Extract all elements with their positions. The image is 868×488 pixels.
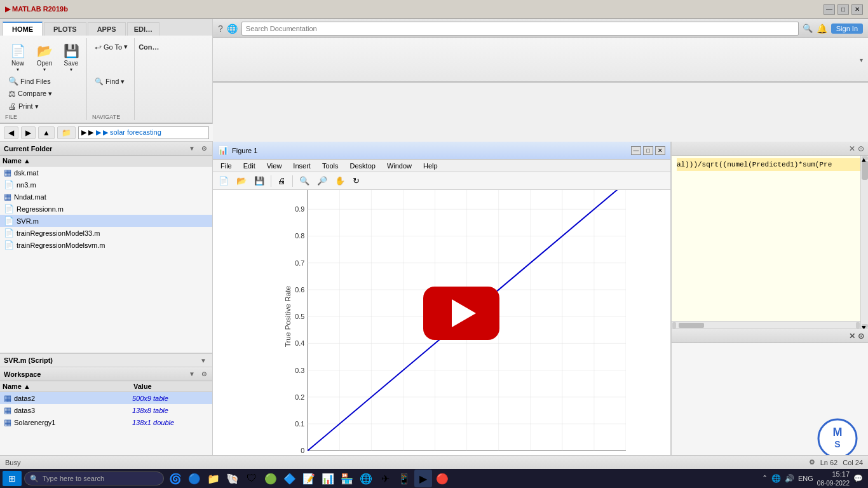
maximize-button[interactable]: □: [837, 4, 849, 15]
system-tray-expand[interactable]: ⌃: [762, 474, 768, 482]
open-button[interactable]: 📂 Open ▾: [32, 41, 57, 75]
figure-maximize[interactable]: □: [643, 146, 653, 155]
file-item-dsk[interactable]: ▦ dsk.mat: [0, 166, 212, 179]
close-button[interactable]: ✕: [851, 4, 863, 15]
back-button[interactable]: ◀: [4, 126, 18, 139]
fig-menu-desktop[interactable]: Desktop: [345, 161, 381, 170]
tab-apps[interactable]: APPS: [88, 22, 126, 36]
search-documentation-input[interactable]: [241, 22, 799, 36]
fig-toolbar-zoom-in[interactable]: 🔍: [296, 175, 313, 187]
network-icon[interactable]: 🌐: [771, 474, 781, 483]
taskbar-app-3[interactable]: 📁: [205, 470, 222, 487]
find-files-button[interactable]: 🔍 Find Files: [5, 75, 55, 87]
notification-icon[interactable]: 🔔: [817, 24, 827, 34]
ws-item-datas3[interactable]: ▦ datas3 138x8 table: [0, 404, 212, 416]
taskbar-app-2[interactable]: 🔵: [186, 470, 203, 487]
taskbar-app-matlab[interactable]: ▶: [414, 470, 432, 487]
name-column-header[interactable]: Name ▲: [3, 157, 210, 165]
taskbar-app-edge[interactable]: 🔷: [281, 470, 299, 487]
right-code-area: al)))/sqrt((numel(Predicted1)*sum(Pre ▲ …: [672, 156, 868, 329]
right-panel-help[interactable]: ⊙: [858, 144, 864, 153]
file-item-trainreg33[interactable]: 📄 trainRegressionModel33.m: [0, 227, 212, 239]
folder-menu-icon[interactable]: ⊙: [200, 144, 208, 152]
fig-menu-help[interactable]: Help: [418, 161, 443, 170]
new-button[interactable]: 📄 New ▾: [5, 41, 31, 75]
fig-menu-edit[interactable]: Edit: [238, 161, 261, 170]
collapse-ribbon-icon[interactable]: ▾: [860, 57, 863, 64]
search-doc-icon[interactable]: 🔍: [803, 24, 813, 33]
scroll-left-arrow[interactable]: [672, 322, 676, 329]
right-scrollbar-v[interactable]: ▲ ▼: [860, 156, 868, 329]
taskbar-app-6[interactable]: 🟢: [262, 470, 280, 487]
file-item-regressionn[interactable]: 📄 Regressionn.m: [0, 203, 212, 215]
file-item-nn3[interactable]: 📄 nn3.m: [0, 179, 212, 191]
ws-name-col[interactable]: Name ▲: [3, 383, 133, 390]
taskbar-app-4[interactable]: 🐚: [224, 470, 241, 487]
taskbar-app-1[interactable]: 🌀: [166, 470, 184, 487]
address-path[interactable]: ▶ ▶ ▶ ▶ solar forecasting: [78, 126, 209, 139]
fig-toolbar-print[interactable]: 🖨: [275, 175, 289, 187]
fig-menu-file[interactable]: File: [215, 161, 237, 170]
notifications-icon[interactable]: 💬: [853, 474, 863, 483]
taskbar-app-intellij[interactable]: 🔴: [433, 470, 451, 487]
start-button[interactable]: ⊞: [3, 471, 22, 486]
taskbar-app-telegram[interactable]: ✈: [376, 470, 394, 487]
taskbar-search[interactable]: 🔍 Type here to search: [24, 471, 164, 485]
file-item-trainregsvm[interactable]: 📄 trainRegressionModelsvm.m: [0, 239, 212, 251]
browser-icon[interactable]: 🌐: [227, 24, 238, 34]
fig-menu-window[interactable]: Window: [382, 161, 417, 170]
scroll-thumb-h[interactable]: [679, 323, 704, 328]
goto-button[interactable]: ⮐ Go To ▾: [92, 41, 130, 53]
save-button[interactable]: 💾 Save ▾: [58, 41, 84, 75]
forward-button[interactable]: ▶: [21, 126, 36, 139]
right-bottom-close[interactable]: ✕: [849, 332, 855, 341]
right-scrollbar-h[interactable]: [672, 321, 860, 329]
fig-menu-view[interactable]: View: [262, 161, 287, 170]
fig-toolbar-new[interactable]: 📄: [215, 175, 232, 187]
taskbar-app-store[interactable]: 🏪: [338, 470, 356, 487]
tab-editor[interactable]: EDI…: [127, 22, 159, 36]
path-segment[interactable]: ▶ ▶ solar forecasting: [96, 128, 161, 137]
figure-minimize[interactable]: —: [631, 146, 641, 155]
up-button[interactable]: ▲: [38, 126, 55, 139]
help-icon[interactable]: ?: [218, 24, 223, 34]
compare-button[interactable]: ⚖ Compare ▾: [5, 88, 55, 100]
taskbar-app-excel[interactable]: 📊: [319, 470, 337, 487]
scroll-down-arrow[interactable]: ▼: [862, 324, 868, 328]
signin-button[interactable]: Sign In: [831, 24, 863, 34]
tab-home[interactable]: HOME: [3, 22, 43, 36]
figure-close[interactable]: ✕: [655, 146, 665, 155]
taskbar-app-word[interactable]: 📝: [300, 470, 318, 487]
fig-toolbar-zoom-out[interactable]: 🔎: [314, 175, 330, 187]
find-button[interactable]: 🔍 Find ▾: [92, 76, 127, 88]
fig-menu-tools[interactable]: Tools: [317, 161, 344, 170]
scroll-up-arrow[interactable]: ▲: [862, 156, 868, 160]
taskbar-app-whatsapp[interactable]: 📱: [395, 470, 413, 487]
right-panel-collapse[interactable]: ✕: [849, 144, 855, 153]
right-bottom-menu[interactable]: ⊙: [858, 332, 864, 341]
folder-collapse-icon[interactable]: ▼: [187, 144, 197, 152]
ws-item-datas2[interactable]: ▦ datas2 500x9 table: [0, 392, 212, 404]
fig-menu-insert[interactable]: Insert: [288, 161, 316, 170]
fig-toolbar-pan[interactable]: ✋: [332, 175, 348, 187]
fig-toolbar-save[interactable]: 💾: [251, 175, 268, 187]
taskbar-app-5[interactable]: 🛡: [243, 470, 261, 487]
lang-label[interactable]: ENG: [798, 475, 813, 482]
fig-toolbar-rotate[interactable]: ↻: [349, 175, 363, 187]
file-item-nndat[interactable]: ▦ Nndat.mat: [0, 191, 212, 203]
fig-toolbar-open[interactable]: 📂: [233, 175, 250, 187]
scroll-right-arrow[interactable]: [856, 322, 860, 329]
workspace-menu-icon[interactable]: ⊙: [200, 370, 208, 378]
script-collapse-icon[interactable]: ▼: [198, 356, 208, 365]
tab-plots[interactable]: PLOTS: [44, 22, 86, 36]
minimize-button[interactable]: —: [824, 4, 835, 15]
volume-icon[interactable]: 🔊: [785, 474, 794, 483]
print-button[interactable]: 🖨 Print ▾: [5, 100, 55, 112]
workspace-collapse-icon[interactable]: ▼: [187, 370, 197, 378]
taskbar-app-chrome[interactable]: 🌐: [357, 470, 375, 487]
ws-item-solarenergy[interactable]: ▦ Solarenergy1 138x1 double: [0, 416, 212, 428]
file-item-svr[interactable]: 📄 SVR.m: [0, 215, 212, 227]
youtube-overlay[interactable]: [423, 287, 499, 340]
browse-button[interactable]: 📁: [57, 126, 76, 139]
clock[interactable]: 15:17 08-09-2022: [817, 470, 850, 487]
